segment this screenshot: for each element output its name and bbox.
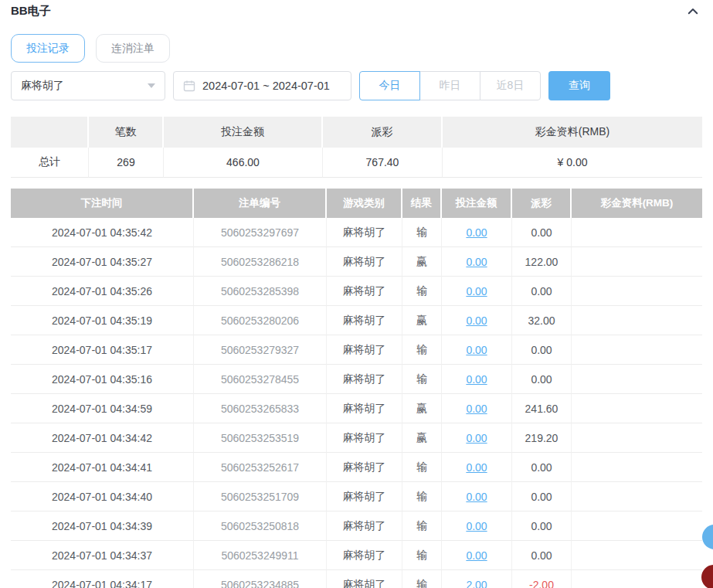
- cell-game-type: 麻将胡了: [327, 453, 402, 482]
- summary-header-cell: 彩金资料(RMB): [443, 117, 702, 148]
- cell-result: 输: [402, 218, 442, 247]
- secondary-fab[interactable]: [701, 565, 713, 588]
- summary-table: 笔数 投注金额 派彩 彩金资料(RMB) 总计 269 466.00 767.4…: [11, 117, 702, 178]
- bet-amount-link[interactable]: 2.00: [466, 579, 487, 588]
- yesterday-button[interactable]: 昨日: [419, 71, 480, 100]
- cell-result: 输: [402, 335, 442, 365]
- cell-game-type: 麻将胡了: [327, 365, 402, 394]
- cell-time: 2024-07-01 04:34:17: [11, 570, 194, 588]
- cell-order-number: 5060253252617: [194, 453, 327, 482]
- cell-payout: 0.00: [512, 512, 572, 541]
- cell-payout: 0.00: [512, 218, 572, 247]
- bet-amount-link[interactable]: 0.00: [466, 285, 487, 297]
- tab-label: 投注记录: [26, 42, 70, 56]
- table-row: 2024-07-01 04:35:42 5060253297697 麻将胡了 输…: [11, 218, 702, 247]
- chevron-up-icon: [686, 5, 700, 19]
- customer-service-fab[interactable]: [702, 525, 713, 549]
- cell-game-type: 麻将胡了: [327, 394, 402, 423]
- col-header-payout: 派彩: [512, 189, 572, 218]
- cell-game-type: 麻将胡了: [327, 423, 402, 453]
- cell-bonus: [572, 306, 702, 335]
- tab-cascade-orders[interactable]: 连消注单: [96, 34, 170, 63]
- bet-records-table: 下注时间 注单编号 游戏类别 结果 投注金额 派彩 彩金资料(RMB) 2024…: [11, 189, 702, 588]
- cell-time: 2024-07-01 04:35:42: [11, 218, 194, 247]
- cell-time: 2024-07-01 04:34:37: [11, 541, 194, 570]
- cell-order-number: 5060253250818: [194, 512, 327, 541]
- cell-result: 输: [402, 277, 442, 306]
- cell-payout: 0.00: [512, 335, 572, 365]
- tab-bet-records[interactable]: 投注记录: [11, 34, 85, 63]
- cell-order-number: 5060253249911: [194, 541, 327, 570]
- cell-bonus: [572, 365, 702, 394]
- page-title: BB电子: [11, 4, 51, 19]
- calendar-icon: [183, 80, 195, 92]
- table-row: 2024-07-01 04:34:40 5060253251709 麻将胡了 输…: [11, 482, 702, 512]
- cell-order-number: 5060253279327: [194, 335, 327, 365]
- col-header-time: 下注时间: [11, 189, 194, 218]
- cell-game-type: 麻将胡了: [327, 570, 402, 588]
- bet-amount-link[interactable]: 0.00: [466, 432, 487, 444]
- cell-bonus: [572, 335, 702, 365]
- cell-time: 2024-07-01 04:35:16: [11, 365, 194, 394]
- bet-amount-link[interactable]: 0.00: [466, 461, 487, 474]
- search-button-label: 查询: [569, 79, 590, 93]
- cell-bonus: [572, 570, 702, 588]
- record-tabs: 投注记录 连消注单: [11, 34, 702, 63]
- summary-header-cell: 投注金额: [164, 117, 323, 148]
- bet-amount-link[interactable]: 0.00: [466, 520, 487, 532]
- cell-time: 2024-07-01 04:34:40: [11, 482, 194, 512]
- bet-amount-link[interactable]: 0.00: [466, 226, 487, 239]
- last8days-label: 近8日: [497, 79, 525, 93]
- cell-order-number: 5060253286218: [194, 247, 327, 277]
- summary-header-cell: 派彩: [323, 117, 443, 148]
- date-range-picker[interactable]: 2024-07-01 ~ 2024-07-01: [173, 71, 351, 100]
- col-header-order: 注单编号: [194, 189, 327, 218]
- cell-order-number: 5060253278455: [194, 365, 327, 394]
- table-row: 2024-07-01 04:35:26 5060253285398 麻将胡了 输…: [11, 277, 702, 306]
- cell-bonus: [572, 453, 702, 482]
- cell-bonus: [572, 277, 702, 306]
- bet-amount-link[interactable]: 0.00: [466, 403, 487, 415]
- table-header-row: 下注时间 注单编号 游戏类别 结果 投注金额 派彩 彩金资料(RMB): [11, 189, 702, 218]
- cell-payout: 122.00: [512, 247, 572, 277]
- cell-bonus: [572, 541, 702, 570]
- table-row: 2024-07-01 04:34:42 5060253253519 麻将胡了 赢…: [11, 423, 702, 453]
- col-header-game: 游戏类别: [327, 189, 402, 218]
- cell-bonus: [572, 482, 702, 512]
- table-row: 2024-07-01 04:34:41 5060253252617 麻将胡了 输…: [11, 453, 702, 482]
- bet-amount-link[interactable]: 0.00: [466, 344, 487, 356]
- cell-payout: 0.00: [512, 453, 572, 482]
- cell-bonus: [572, 218, 702, 247]
- summary-total-label: 总计: [11, 148, 89, 178]
- cell-game-type: 麻将胡了: [327, 247, 402, 277]
- table-row: 2024-07-01 04:35:27 5060253286218 麻将胡了 赢…: [11, 247, 702, 277]
- bet-amount-link[interactable]: 0.00: [466, 373, 487, 386]
- game-select[interactable]: 麻将胡了: [11, 71, 165, 100]
- cell-time: 2024-07-01 04:34:59: [11, 394, 194, 423]
- last8days-button[interactable]: 近8日: [480, 71, 541, 100]
- bet-table-body: 2024-07-01 04:35:42 5060253297697 麻将胡了 输…: [11, 218, 702, 588]
- cell-time: 2024-07-01 04:34:39: [11, 512, 194, 541]
- cell-order-number: 5060253285398: [194, 277, 327, 306]
- bet-amount-link[interactable]: 0.00: [466, 491, 487, 503]
- today-button[interactable]: 今日: [359, 71, 420, 100]
- table-row: 2024-07-01 04:35:17 5060253279327 麻将胡了 输…: [11, 335, 702, 365]
- bet-amount-link[interactable]: 0.00: [466, 314, 487, 327]
- filter-bar: 麻将胡了 2024-07-01 ~ 2024-07-01 今日 昨日 近8日 查…: [11, 71, 702, 100]
- cell-result: 输: [402, 541, 442, 570]
- cell-time: 2024-07-01 04:35:27: [11, 247, 194, 277]
- yesterday-label: 昨日: [440, 79, 461, 93]
- search-button[interactable]: 查询: [548, 71, 610, 100]
- bet-amount-link[interactable]: 0.00: [466, 256, 487, 268]
- cell-payout: 241.60: [512, 394, 572, 423]
- collapse-button[interactable]: [685, 4, 701, 19]
- cell-result: 赢: [402, 394, 442, 423]
- summary-header-cell: [11, 117, 89, 148]
- bet-amount-link[interactable]: 0.00: [466, 549, 487, 562]
- summary-header-row: 笔数 投注金额 派彩 彩金资料(RMB): [11, 117, 702, 148]
- cell-payout: 32.00: [512, 306, 572, 335]
- table-row: 2024-07-01 04:35:16 5060253278455 麻将胡了 输…: [11, 365, 702, 394]
- col-header-bonus: 彩金资料(RMB): [572, 189, 702, 218]
- caret-down-icon: [148, 83, 155, 88]
- table-row: 2024-07-01 04:34:37 5060253249911 麻将胡了 输…: [11, 541, 702, 570]
